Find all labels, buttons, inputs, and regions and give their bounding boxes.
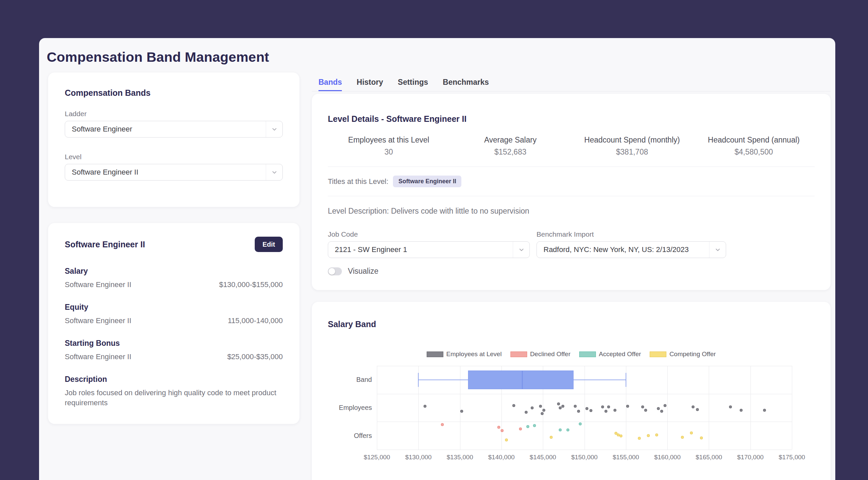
employee-point [540, 412, 544, 415]
employee-point [740, 409, 743, 412]
gridline [377, 366, 377, 450]
employee-point [530, 406, 533, 409]
equity-row: Software Engineer II 115,000-140,000 [65, 316, 283, 325]
level-description: Level Description: Delivers code with li… [328, 206, 814, 216]
employee-point [539, 405, 542, 408]
legend-swatch-declined [510, 351, 527, 357]
employee-point [663, 404, 666, 407]
row-label-employees: Employees [312, 394, 372, 422]
x-axis-label: $155,000 [613, 454, 639, 461]
offer-point-accepted [533, 424, 536, 427]
salary-row: Software Engineer II $130,000-$155,000 [65, 280, 283, 289]
employee-point [604, 410, 608, 413]
offer-point-competing [550, 436, 553, 439]
benchmark-import-select[interactable]: Radford, NYC: New York, NY, US: 2/13/202… [536, 241, 726, 258]
titles-at-level-label: Titles at this Level: [328, 177, 388, 186]
stat-average-salary: Average Salary $152,683 [450, 135, 571, 157]
offer-point-accepted [526, 425, 529, 428]
tab-bands[interactable]: Bands [318, 73, 342, 91]
gridline [377, 394, 792, 394]
band-whisker-cap [626, 373, 626, 387]
bonus-row-label: Software Engineer II [65, 352, 131, 361]
description-heading: Description [65, 375, 283, 384]
visualize-toggle[interactable] [328, 267, 342, 276]
employee-point [542, 409, 545, 412]
x-axis-label: $125,000 [364, 454, 390, 461]
offer-point-declined [497, 426, 500, 429]
stat-headcount-monthly: Headcount Spend (monthly) $381,708 [571, 135, 693, 157]
visualize-label: Visualize [348, 267, 379, 276]
salary-band-card: Salary Band Employees at Level Declined … [312, 302, 831, 480]
offer-point-competing [505, 439, 508, 442]
bonus-section-heading: Starting Bonus [65, 339, 283, 348]
legend-swatch-employees [427, 351, 443, 357]
job-code-select[interactable]: 2121 - SW Engineer 1 [328, 241, 530, 258]
gridline [668, 366, 668, 450]
employee-point [601, 405, 604, 408]
level-select[interactable]: Software Engineer II [65, 164, 283, 181]
employee-point [577, 410, 580, 413]
legend-accepted: Accepted Offer [579, 351, 641, 358]
legend-swatch-competing [650, 351, 666, 357]
offer-point-declined [519, 427, 522, 430]
offer-point-declined [501, 429, 504, 432]
equity-row-label: Software Engineer II [65, 316, 131, 325]
edit-button[interactable]: Edit [255, 237, 283, 252]
employee-point [626, 405, 629, 408]
employee-point [644, 409, 647, 412]
compensation-bands-title: Compensation Bands [65, 88, 283, 98]
chart-legend: Employees at Level Declined Offer Accept… [312, 351, 831, 358]
offer-point-competing [700, 437, 703, 440]
equity-row-value: 115,000-140,000 [228, 316, 283, 325]
divider [328, 166, 814, 167]
chevron-down-icon [709, 242, 726, 258]
level-summary-title: Software Engineer II [65, 239, 145, 249]
title-badge: Software Engineer II [393, 175, 461, 187]
employee-point [590, 409, 593, 412]
employee-point [585, 407, 588, 410]
toggle-knob [329, 268, 335, 275]
gridline [792, 366, 792, 450]
salary-row-label: Software Engineer II [65, 280, 131, 289]
offer-point-accepted [559, 428, 562, 431]
salary-row-value: $130,000-$155,000 [219, 280, 283, 289]
band-whisker-cap [418, 373, 418, 387]
legend-swatch-accepted [579, 351, 596, 357]
employee-point [513, 404, 516, 407]
x-axis-label: $170,000 [737, 454, 764, 461]
ladder-select[interactable]: Software Engineer [65, 121, 283, 137]
band-box [468, 371, 574, 389]
employee-point [614, 409, 617, 412]
employee-point [729, 405, 732, 408]
stat-employees: Employees at this Level 30 [328, 135, 450, 157]
chevron-down-icon [513, 242, 529, 258]
tab-history[interactable]: History [356, 73, 383, 91]
description-text: Job roles focused on delivering high qua… [65, 388, 283, 408]
tab-settings[interactable]: Settings [398, 73, 428, 91]
x-axis-label: $160,000 [654, 454, 680, 461]
benchmark-import-label: Benchmark Import [536, 230, 726, 238]
offer-point-competing [619, 435, 622, 438]
bonus-row: Software Engineer II $25,000-$35,000 [65, 352, 283, 361]
x-axis-label: $130,000 [405, 454, 432, 461]
chart-x-axis: $125,000$130,000$135,000$140,000$145,000… [377, 454, 792, 463]
employee-point [763, 409, 766, 412]
offer-point-competing [647, 434, 650, 437]
offer-point-competing [638, 437, 641, 440]
x-axis-label: $150,000 [571, 454, 597, 461]
gridline [585, 366, 585, 450]
chevron-down-icon [266, 121, 282, 137]
offer-point-competing [655, 434, 658, 437]
employee-point [424, 405, 427, 408]
level-label: Level [65, 153, 283, 161]
employee-point [574, 405, 577, 408]
salary-band-chart [377, 366, 792, 450]
offer-point-accepted [566, 428, 569, 431]
employee-point [561, 405, 564, 408]
ladder-label: Ladder [65, 110, 283, 118]
offer-point-competing [690, 431, 693, 435]
row-label-band: Band [312, 366, 372, 394]
employee-point [657, 407, 660, 410]
offer-point-accepted [579, 423, 582, 425]
tab-benchmarks[interactable]: Benchmarks [443, 73, 489, 91]
